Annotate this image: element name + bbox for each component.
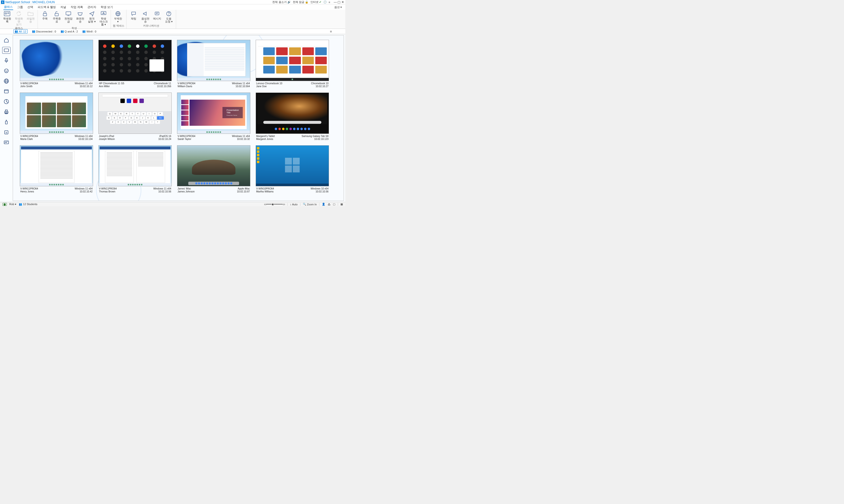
unlimited-button[interactable]: 무제한 ▾ [113, 11, 123, 23]
chat-button[interactable]: 채팅 [128, 11, 139, 23]
sidebar-feedback[interactable] [2, 67, 11, 74]
thumbnail-screen[interactable] [256, 145, 329, 186]
student-thumbnail[interactable]: V-WIN11PRO64Windows 11 x64Henry Jones10.… [20, 145, 93, 193]
sidebar-audio[interactable] [2, 57, 11, 64]
sidebar-monitor[interactable] [2, 47, 11, 54]
menu-admin[interactable]: 관리자 [87, 5, 97, 10]
svg-rect-19 [4, 49, 8, 52]
sidebar-survey[interactable] [2, 98, 11, 105]
menu-feedback[interactable]: 피드백 & 웰빙 [37, 5, 56, 10]
help-button[interactable]: 도움 요청 ▾ [164, 11, 174, 23]
student-thumbnail[interactable]: PresentationTitlePresenter NameV-WIN11PR… [177, 92, 250, 140]
thumb-host: V-WIN11PRO64 [178, 82, 232, 85]
message-button[interactable]: 메시지 [152, 11, 162, 23]
svg-point-23 [7, 70, 7, 71]
projector-icon [77, 11, 84, 17]
menu-group[interactable]: 그룹 [17, 5, 23, 10]
internet-status-button[interactable]: 인터넷 ✔ [310, 0, 321, 4]
menu-view[interactable]: 학생 보기 [100, 5, 113, 10]
sidebar-home[interactable] [2, 37, 11, 43]
thumb-os: Windows 11 x64 [232, 135, 250, 138]
remote-run-button[interactable]: 원격 실행 ▾ [87, 11, 97, 26]
sidebar-whiteboard[interactable] [2, 139, 11, 146]
thumbnail-screen[interactable] [256, 92, 329, 134]
megaphone-icon [142, 11, 149, 17]
clock-icon[interactable]: 🕘 [323, 0, 327, 4]
sidebar-print[interactable] [2, 108, 11, 115]
thumbnail-screen[interactable] [98, 145, 172, 186]
thumbnail-screen[interactable] [98, 40, 172, 81]
svg-rect-27 [4, 90, 8, 93]
student-thumbnail[interactable]: V-WIN11PRO64Windows 11 x64Maria Clark10.… [20, 92, 93, 140]
thumbnail-screen[interactable] [177, 145, 250, 186]
mute-all-button[interactable]: 전체 음소거 🔊 [272, 0, 291, 4]
svg-rect-9 [101, 12, 106, 15]
thumb-ip: 10.02.10.12 [75, 85, 93, 88]
thumb-host: V-WIN11PRO64 [178, 135, 232, 138]
app-title: NetSupport School : MICHAEL.CHUN [5, 0, 55, 4]
student-desktop-button[interactable]: 학생 데스크톱 ▾ [98, 11, 109, 26]
options-dropdown[interactable]: 옵션 ▾ [334, 5, 342, 9]
show-button[interactable]: 화면전송 [75, 11, 85, 26]
svg-rect-33 [5, 121, 7, 124]
audio-button[interactable]: 음성전송 [140, 11, 150, 23]
zoom-in-button[interactable]: 🔍 Zoom In [303, 203, 317, 206]
thumb-os: Windows 11 x64 [154, 187, 171, 190]
menu-planner[interactable]: 작업 계획 [70, 5, 84, 10]
auto-toggle[interactable]: ↕ Auto [290, 203, 298, 206]
thumbnail-screen[interactable] [177, 40, 250, 81]
sidebar-typing[interactable]: a [2, 129, 11, 136]
thumbnail-screen[interactable] [20, 92, 93, 134]
student-screen-button: 학생화면 보기 [14, 11, 24, 26]
sidebar-device[interactable] [2, 119, 11, 126]
thumbnail-viewport[interactable]: V-WIN11PRO64Windows 11 x64John Smith10.0… [13, 35, 344, 201]
thumbnail-screen[interactable] [256, 40, 329, 81]
size-slider[interactable]: ▭━━━◉━━━━━▭ [264, 203, 285, 206]
tab-all[interactable]: 👥All :12 [14, 29, 28, 34]
view-group-icon[interactable]: 🛆 [328, 203, 330, 206]
attention-button[interactable]: 주목 [40, 11, 50, 26]
end-attention-button[interactable]: 주목종료 [52, 11, 62, 26]
lock-icon: 🔒 [305, 0, 308, 4]
lock-all-button[interactable]: 전체 잠금 🔒 [293, 0, 308, 4]
menu-icon[interactable]: ≡ [329, 1, 330, 4]
thumb-host: V-WIN11PRO64 [99, 187, 154, 190]
register-button[interactable]: 학생등록 [2, 11, 12, 26]
lock-all-button[interactable]: 전체잠금 [63, 11, 73, 26]
tab-win8[interactable]: 👥Win8 : 0 [82, 30, 96, 33]
student-thumbnail[interactable]: V-WIN11PRO64Windows 11 x64John Smith10.0… [20, 40, 93, 88]
thumb-ip: 10.02.10.356 [154, 85, 171, 88]
student-thumbnail[interactable]: James' iMacApple iMacJames Johnson10.02.… [177, 145, 250, 193]
student-thumbnail[interactable]: QWERTYUIOPASDFGHJKLGoZXCVBNM!?Joseph's i… [98, 92, 172, 140]
student-thumbnail[interactable]: V-WIN11PRO64Windows 11 x64William Davis1… [177, 40, 250, 88]
minimize-button[interactable]: — [334, 0, 337, 4]
thumb-user: John Smith [20, 85, 75, 88]
thumb-user: Henry Jones [20, 190, 75, 193]
view-user-icon[interactable]: 👤 [322, 203, 325, 206]
student-thumbnail[interactable]: Margaret's TabletSamsung Galaxy Tab S8Ma… [256, 92, 329, 140]
tab-qa[interactable]: 👥Q and A : 2 [60, 30, 78, 33]
maximize-button[interactable]: ▢ [337, 0, 341, 4]
thumb-host: James' iMac [178, 187, 237, 190]
thumbnail-meta: V-WIN11PRO64Windows 11 x64Thomas Brown10… [98, 186, 172, 193]
view-grid-icon[interactable]: ▦ [340, 203, 343, 206]
view-single-icon[interactable]: ▢ [333, 203, 335, 206]
menu-class[interactable]: 클래스 [3, 4, 13, 10]
menu-select[interactable]: 선택 [27, 5, 34, 10]
student-thumbnail[interactable]: HP Chromebook 11 G5Chromebook 11Ann Mill… [98, 40, 172, 88]
student-thumbnail[interactable]: Lenovo Chromebook 10Chromebook 10Jane Do… [256, 40, 329, 88]
thumbnail-screen[interactable]: QWERTYUIOPASDFGHJKLGoZXCVBNM!? [98, 92, 172, 134]
menu-journal[interactable]: 저널 [60, 5, 67, 10]
student-thumbnail[interactable]: V-WIN11PRO64Windows 11 x64Thomas Brown10… [98, 145, 172, 193]
thumbnail-screen[interactable] [20, 40, 93, 81]
tab-disconnected[interactable]: 👥Disconnected : 0 [32, 30, 56, 33]
thumb-ip: 10.02.10.32 [232, 138, 250, 140]
thumb-os: Apple iMac [237, 187, 250, 190]
student-thumbnail[interactable]: V-WIN10PRO64Windows 10 x64Martha William… [256, 145, 329, 193]
sidebar-web[interactable] [2, 78, 11, 85]
close-button[interactable]: ✕ [341, 0, 344, 4]
sidebar-app[interactable] [2, 88, 11, 95]
thumbnail-screen[interactable]: PresentationTitlePresenter Name [177, 92, 250, 134]
thumbnail-screen[interactable] [20, 145, 93, 186]
view-options-button[interactable]: ≡ [330, 30, 332, 34]
